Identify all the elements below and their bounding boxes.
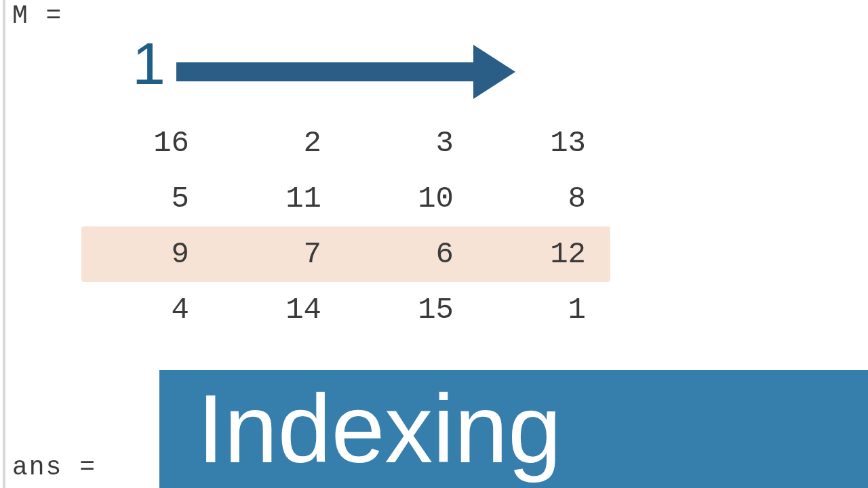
matrix-cell: 4	[81, 293, 214, 327]
direction-arrow	[176, 43, 515, 98]
matrix-cell: 1	[478, 293, 610, 327]
matrix-cell: 8	[478, 182, 610, 216]
variable-m-label: M =	[12, 1, 62, 30]
matrix-row-highlighted: 9 7 6 12	[81, 226, 610, 282]
matrix-row: 4 14 15 1	[81, 282, 610, 338]
matrix-cell: 3	[346, 126, 478, 160]
variable-ans-label: ans =	[12, 453, 96, 482]
matrix-cell: 2	[214, 126, 346, 160]
arrow-shaft	[176, 62, 475, 81]
matrix-cell: 5	[81, 182, 214, 216]
matrix-cell: 9	[81, 237, 214, 271]
matrix-row: 16 2 3 13	[81, 115, 610, 171]
title-banner: Indexing	[159, 370, 868, 488]
left-margin-rule	[3, 0, 5, 488]
matrix-cell: 11	[214, 182, 346, 216]
arrow-head-icon	[473, 45, 515, 99]
index-number-one: 1	[132, 34, 165, 94]
matrix-display: 16 2 3 13 5 11 10 8 9 7 6 12 4 14 15 1	[81, 115, 610, 338]
matrix-cell: 10	[346, 182, 478, 216]
matrix-cell: 6	[346, 237, 478, 271]
matrix-row: 5 11 10 8	[81, 171, 610, 226]
matrix-cell: 12	[478, 237, 610, 271]
matrix-cell: 15	[346, 293, 478, 327]
matrix-cell: 7	[214, 237, 346, 271]
matrix-cell: 14	[214, 293, 346, 327]
title-text: Indexing	[197, 381, 561, 477]
matrix-cell: 16	[81, 126, 214, 160]
matrix-cell: 13	[478, 126, 610, 160]
